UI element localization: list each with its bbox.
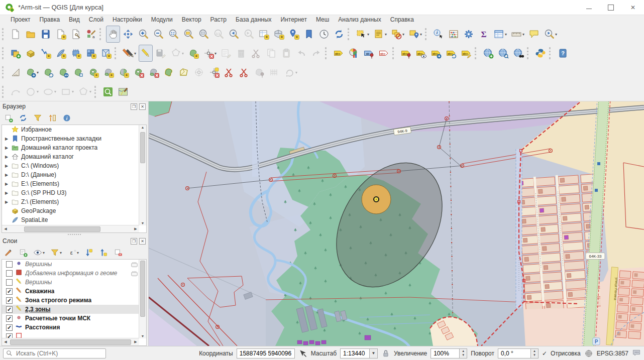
new-geopackage-button[interactable] [24,45,38,62]
dropdown-arrow[interactable]: ▾ [505,32,507,37]
dropdown-arrow[interactable]: ▾ [522,32,524,37]
minimize-button[interactable] [578,0,600,15]
render-checkbox[interactable]: ✓ [542,350,547,357]
layers-float-button[interactable]: ❐ [131,238,137,245]
browser-item-9[interactable]: GeoPackage [2,206,139,215]
menu-12[interactable]: Справка [386,16,418,24]
messages-icon[interactable] [632,349,641,358]
save-project-button[interactable] [39,26,53,43]
magnifier-input[interactable] [431,348,460,358]
layout-manager-button[interactable] [69,26,83,43]
dropdown-arrow[interactable]: ▾ [134,51,136,56]
processing-toolbox-button[interactable] [462,26,476,43]
rotation-spinner[interactable]: ▲▼ [498,348,539,358]
map-tips-button[interactable] [527,26,541,43]
add-web-service-button[interactable] [481,45,495,62]
search-input[interactable] [15,349,103,357]
dropdown-arrow[interactable]: ▾ [89,89,91,94]
menu-0[interactable]: Проект [6,16,35,24]
menu-10[interactable]: Меш [311,16,334,24]
add-part-button[interactable] [101,64,116,81]
layer-row-5[interactable]: ✓2,3 зоны [2,305,139,314]
menu-1[interactable]: Правка [35,16,65,24]
copy-move-feature-button[interactable] [56,64,70,81]
dropdown-arrow[interactable]: ▾ [43,251,45,255]
attribute-table-button[interactable]: ▾ [492,26,508,43]
browser-item-6[interactable]: ▶E:\ (Elements) [2,179,139,188]
data-source-manager-button[interactable] [9,45,23,62]
select-by-location-button[interactable]: ▾ [407,26,423,43]
change-label-button[interactable]: abc [459,45,473,62]
browser-close-button[interactable]: ✕ [139,103,146,110]
browser-item-2[interactable]: ▶Домашний каталог проекта [2,143,139,152]
dropdown-arrow[interactable]: ▾ [37,89,39,94]
new-shapefile-button[interactable] [39,45,53,62]
properties-widget-button[interactable]: i [61,111,72,125]
close-button[interactable]: ✕ [622,0,644,15]
browser-float-button[interactable]: ❐ [131,103,137,110]
measure-button[interactable]: ▾ [509,26,526,43]
layer-row-2[interactable]: Вершины [2,278,139,287]
menu-2[interactable]: Вид [64,16,84,24]
zoom-to-layer-button[interactable] [196,26,210,43]
menu-9[interactable]: Интернет [276,16,311,24]
dropdown-arrow[interactable]: ▾ [37,70,39,75]
filter-browser-button[interactable] [32,111,43,125]
expand-arrow-icon[interactable]: ▶ [4,173,9,177]
zoom-out-button[interactable] [151,26,165,43]
select-features-button[interactable]: ▾ [354,26,371,43]
simplify-feature-button[interactable] [71,64,85,81]
browser-item-4[interactable]: ▶C:\ (Windows) [2,161,139,170]
current-edits-button[interactable]: ▾ [121,45,138,62]
deselect-features-button[interactable]: ▾ [389,26,406,43]
dropdown-arrow[interactable]: ▾ [385,32,387,37]
browser-item-0[interactable]: Избранное [2,125,139,134]
dropdown-arrow[interactable]: ▾ [182,51,184,56]
zoom-last-button[interactable] [227,26,241,43]
dropdown-arrow[interactable]: ▾ [420,32,422,37]
vertex-cross-button[interactable] [207,64,221,81]
dropdown-arrow[interactable]: ▾ [367,32,369,37]
dropdown-arrow[interactable]: ▾ [54,89,56,94]
layer-checkbox[interactable]: ✓ [6,297,13,304]
rotation-input[interactable] [498,348,531,358]
manage-map-themes-button[interactable]: ▾ [32,246,46,259]
dropdown-arrow[interactable]: ▾ [60,251,62,255]
menu-5[interactable]: Модули [147,16,177,24]
layer-labeling-button[interactable]: abc [332,45,346,62]
zoom-to-selection-button[interactable] [181,26,195,43]
crs-status[interactable]: EPSG:3857 [597,350,628,357]
coordinate-capture-plugin-button[interactable] [101,83,115,100]
rotate-feature-button[interactable] [41,64,55,81]
expand-arrow-icon[interactable]: ▶ [4,191,9,195]
dropdown-arrow[interactable]: ▾ [402,32,404,37]
map-canvas[interactable]: улица Ленина [149,101,644,346]
layer-row-4[interactable]: ✓Зона строгого режима [2,296,139,305]
add-polygon-feature-button[interactable] [186,45,200,62]
layer-checkbox[interactable] [6,279,13,286]
style-manager-button[interactable]: a [84,26,98,43]
sum-statistics-button[interactable]: Σ [477,26,491,43]
filter-expression-button[interactable]: ε□▾ [66,246,80,259]
fill-ring-button[interactable] [117,64,131,81]
expand-arrow-icon[interactable]: ▶ [4,164,9,168]
toolbar-handle[interactable] [2,47,6,59]
move-label-button[interactable]: abc [429,45,443,62]
edit-widget-icon[interactable] [131,261,138,268]
browser-item-1[interactable]: ▶Пространственные закладки [2,134,139,143]
layer-checkbox[interactable]: ✓ [6,315,13,322]
add-ring-button[interactable] [86,64,100,81]
toggle-editing-button[interactable] [139,45,153,62]
layer-row-3[interactable]: ✓Скважина [2,287,139,296]
zoom-full-button[interactable] [166,26,180,43]
layer-diagram-button[interactable] [347,45,361,62]
menu-4[interactable]: Настройки [108,16,147,24]
statistics-button[interactable] [447,26,461,43]
osm-plugin-button[interactable] [116,83,130,100]
layer-checkbox[interactable]: ✓ [6,306,13,313]
expand-arrow-icon[interactable]: ▶ [4,200,9,204]
refresh-map-button[interactable] [332,26,346,43]
pan-to-selection-button[interactable] [121,26,135,43]
python-console-button[interactable] [533,45,548,62]
metasearch-button[interactable] [511,45,525,62]
